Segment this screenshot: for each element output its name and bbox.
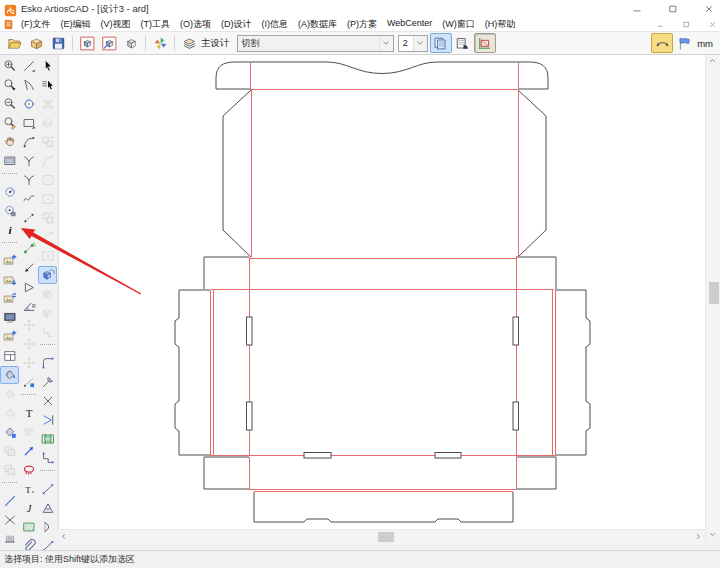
image-frame-2-tool[interactable] <box>38 190 57 208</box>
chevron-down-icon[interactable] <box>379 36 393 51</box>
text-tool-tool[interactable]: T <box>19 404 38 422</box>
branch-tool-tool[interactable] <box>19 171 38 189</box>
workspace-switch-button[interactable] <box>149 33 171 53</box>
update-3d-button[interactable] <box>98 33 120 53</box>
dimension-angle-tool[interactable] <box>38 499 57 517</box>
break-line-tool[interactable] <box>38 392 57 410</box>
menu-item-11[interactable]: (H)帮助 <box>480 18 521 31</box>
maximize-button[interactable] <box>666 2 680 16</box>
scroll-right-arrow[interactable] <box>695 533 702 540</box>
pointage-combo[interactable]: 2 <box>398 35 428 52</box>
run-standard-button[interactable] <box>25 33 47 53</box>
scroll-up-arrow[interactable] <box>709 57 716 64</box>
close-shape-tool[interactable] <box>19 278 38 296</box>
solid-view-2-tool[interactable] <box>38 304 57 322</box>
group-tool[interactable] <box>38 133 57 151</box>
layer-combo[interactable]: 切割 <box>237 35 394 52</box>
menu-item-2[interactable]: (V)视图 <box>96 18 136 31</box>
snap-options-tool[interactable] <box>19 373 38 391</box>
view-3d-button[interactable] <box>120 33 142 53</box>
hatch-fill-tool[interactable] <box>19 518 38 536</box>
main-design-icon[interactable] <box>178 33 200 53</box>
bezier-tool-tool[interactable] <box>19 152 38 170</box>
hatch-lines-tool[interactable] <box>0 530 19 548</box>
fill-tool-tool[interactable] <box>0 366 19 384</box>
menu-item-6[interactable]: (I)信息 <box>257 18 294 31</box>
mirror-curve-tool[interactable] <box>38 518 57 536</box>
menu-item-0[interactable]: (F)文件 <box>16 18 56 31</box>
arc-edit-tool[interactable] <box>38 152 57 170</box>
convert-to-3d-button[interactable] <box>76 33 98 53</box>
copy-image-tool[interactable] <box>0 328 19 346</box>
flow-direction-tool[interactable] <box>38 411 57 429</box>
paste-region-tool[interactable] <box>0 461 19 479</box>
cross-construction-tool[interactable] <box>0 511 19 529</box>
move-tool-3-tool[interactable] <box>19 354 38 372</box>
image-frame-3-tool[interactable] <box>38 247 57 265</box>
arc-tool-tool[interactable] <box>19 76 38 94</box>
copy-region-tool[interactable] <box>0 442 19 460</box>
segment-tool-tool[interactable] <box>19 209 38 227</box>
construction-circle-tool[interactable] <box>0 549 19 550</box>
move-tool-1-tool[interactable] <box>19 316 38 334</box>
drawing-canvas[interactable] <box>58 55 706 529</box>
spell-check-tool[interactable] <box>19 461 38 479</box>
window-layout-tool[interactable] <box>0 347 19 365</box>
line-tool-tool[interactable] <box>19 57 38 75</box>
curve-tool-tool[interactable] <box>19 133 38 151</box>
dimension-line-tool[interactable] <box>38 480 57 498</box>
chevron-down-icon[interactable] <box>413 36 427 51</box>
pan-tool[interactable] <box>0 133 19 151</box>
layer-pages-button[interactable] <box>430 33 452 53</box>
edit-nodes-tool[interactable] <box>19 240 38 258</box>
menu-item-3[interactable]: (T)工具 <box>136 18 176 31</box>
menu-item-1[interactable]: (E)编辑 <box>56 18 96 31</box>
rebuild-design-tool[interactable] <box>0 183 19 201</box>
vertical-scroll-thumb[interactable] <box>709 282 719 304</box>
convert-to-3d-tool[interactable] <box>38 266 57 284</box>
menu-item-9[interactable]: WebCenter <box>382 18 437 31</box>
fit-to-screen-tool[interactable] <box>0 152 19 170</box>
vertical-scrollbar[interactable] <box>705 55 720 543</box>
rebuild-playback-tool[interactable] <box>0 202 19 220</box>
move-tool-2-tool[interactable] <box>19 335 38 353</box>
menu-item-5[interactable]: (D)设计 <box>216 18 257 31</box>
delete-tool[interactable] <box>38 95 57 113</box>
zoom-region-tool[interactable] <box>0 114 19 132</box>
doc-close-button[interactable] <box>707 20 717 30</box>
dimension-2-tool[interactable] <box>38 537 57 550</box>
close-button[interactable] <box>702 2 716 16</box>
minimize-button[interactable] <box>630 2 644 16</box>
layers-tool[interactable] <box>38 114 57 132</box>
dieline-view-toggle[interactable] <box>474 33 496 53</box>
menu-item-4[interactable]: (O)选项 <box>175 18 216 31</box>
layer-properties-button[interactable] <box>452 33 474 53</box>
measure-angle-tool[interactable]: R <box>19 297 38 315</box>
open-button[interactable] <box>3 33 25 53</box>
horizontal-scroll-thumb[interactable] <box>378 532 394 542</box>
fillet-corner-tool[interactable] <box>38 354 57 372</box>
zoom-window-tool[interactable] <box>0 76 19 94</box>
italic-text-tool[interactable]: J <box>19 499 38 517</box>
menu-item-10[interactable]: (W)窗口 <box>437 18 480 31</box>
move-node-tool[interactable] <box>19 259 38 277</box>
rectangle-tool-tool[interactable] <box>19 114 38 132</box>
dimension-mode-button[interactable] <box>651 33 673 53</box>
select-tool[interactable] <box>38 57 57 75</box>
design-info-tool[interactable]: i <box>0 221 19 239</box>
menu-item-8[interactable]: (P)方案 <box>342 18 382 31</box>
small-text-tool[interactable]: T <box>19 480 38 498</box>
screen-preview-tool[interactable] <box>0 309 19 327</box>
attachments-tool[interactable] <box>19 537 38 550</box>
step-profile-blue-tool[interactable] <box>38 449 57 467</box>
scroll-left-arrow[interactable] <box>60 533 67 540</box>
paragraph-text-tool[interactable] <box>19 423 38 441</box>
group-2-tool[interactable] <box>38 209 57 227</box>
units-flag-button[interactable] <box>673 33 695 53</box>
fill-alt-1-tool[interactable] <box>0 385 19 403</box>
zoom-in-tool[interactable] <box>0 57 19 75</box>
fill-alt-2-tool[interactable] <box>0 404 19 422</box>
cut-line-tool[interactable] <box>38 373 57 391</box>
image-frame-tool[interactable] <box>38 171 57 189</box>
fill-color-tool[interactable] <box>0 423 19 441</box>
